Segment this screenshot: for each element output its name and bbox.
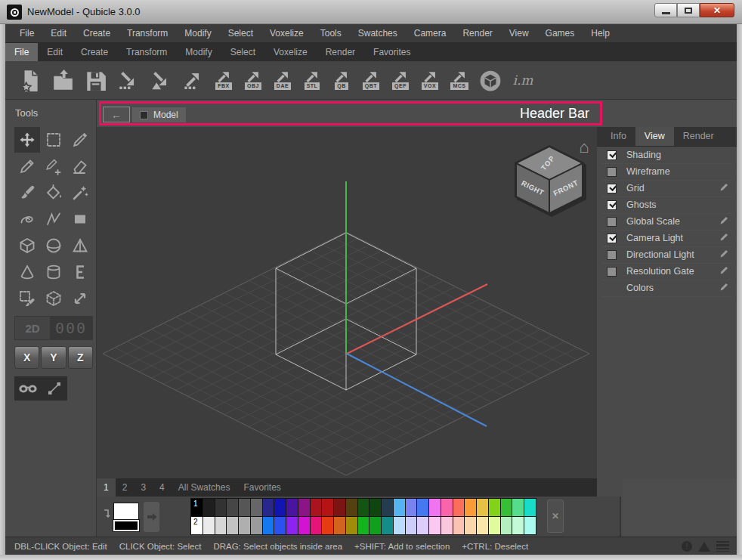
palette-swatch[interactable] [215, 517, 227, 534]
tool-move[interactable] [14, 127, 40, 153]
palette-swatch[interactable] [322, 499, 333, 516]
ribbon-tab-voxelize[interactable]: Voxelize [264, 43, 317, 61]
palette-swatch[interactable] [311, 517, 322, 534]
export-model-button[interactable] [177, 65, 209, 95]
palette-swatch[interactable] [465, 499, 476, 516]
secondary-color[interactable] [113, 520, 139, 531]
ribbon-tab-edit[interactable]: Edit [38, 43, 72, 61]
palette-swatch[interactable] [501, 517, 512, 534]
palette-swatch[interactable] [322, 517, 333, 534]
directional-light-edit-button[interactable] [719, 248, 729, 261]
palette-swatch[interactable] [311, 499, 322, 516]
tool-pencil[interactable] [14, 153, 40, 179]
palette-swatch[interactable] [227, 499, 238, 516]
menu-games[interactable]: Games [537, 25, 583, 42]
palette-swatch[interactable] [239, 517, 250, 534]
ribbon-tab-render[interactable]: Render [317, 43, 364, 61]
sketchfab-button[interactable] [475, 65, 506, 95]
open-file-button[interactable] [47, 65, 79, 95]
model-tab[interactable]: Model [132, 107, 186, 122]
palette-swatch[interactable] [394, 517, 405, 534]
tool-color-picker[interactable] [67, 127, 93, 153]
axis-z-button[interactable]: Z [68, 346, 93, 369]
tool-pyramid[interactable] [67, 233, 93, 258]
shading-checkbox[interactable] [607, 150, 617, 160]
palette-swatch[interactable] [286, 517, 298, 534]
color-palette[interactable]: 12 [190, 498, 536, 535]
menu-file[interactable]: File [11, 25, 42, 42]
palette-swatch[interactable] [501, 499, 512, 516]
palette-swatch[interactable] [512, 517, 524, 534]
back-button[interactable]: ← [103, 107, 130, 122]
camera-light-edit-button[interactable] [719, 231, 729, 245]
ribbon-tab-select[interactable]: Select [221, 43, 264, 61]
tool-pencil-add[interactable] [41, 153, 66, 179]
export-qbt-button[interactable]: QBT [357, 65, 385, 95]
tool-sphere[interactable] [41, 233, 66, 258]
tool-magic-wand[interactable] [67, 180, 93, 206]
swatch-tab-3[interactable]: 3 [134, 478, 153, 497]
menu-transform[interactable]: Transform [119, 25, 176, 42]
tab-render[interactable]: Render [674, 127, 723, 146]
axis-x-button[interactable]: X [14, 346, 39, 369]
palette-swatch[interactable] [286, 499, 298, 516]
line-tool-button[interactable] [41, 376, 67, 401]
swatch-tab-1[interactable]: 1 [97, 478, 116, 497]
palette-swatch[interactable] [382, 517, 393, 534]
info-icon[interactable]: ! [682, 541, 692, 552]
maximize-button[interactable] [677, 3, 700, 17]
ribbon-tab-transform[interactable]: Transform [117, 43, 176, 61]
export-mcs-button[interactable]: MCS [445, 65, 474, 95]
resolution-gate-checkbox[interactable] [607, 267, 617, 277]
tool-box[interactable] [14, 233, 40, 258]
tool-cylinder[interactable] [41, 259, 66, 285]
tool-select-rect[interactable] [41, 127, 66, 153]
resolution-gate-edit-button[interactable] [719, 265, 729, 278]
tool-freehand[interactable] [14, 206, 40, 232]
swatch-tab-2[interactable]: 2 [116, 478, 134, 497]
wireframe-checkbox[interactable] [607, 167, 617, 177]
import-mesh-button[interactable] [144, 65, 176, 95]
swatch-tab-favorites[interactable]: Favorites [237, 478, 287, 497]
mode-2d-button[interactable]: 2D [15, 317, 50, 339]
tool-select-box[interactable] [41, 286, 66, 311]
grid-edit-button[interactable] [719, 181, 729, 195]
palette-swatch[interactable] [369, 517, 381, 534]
menu-help[interactable]: Help [583, 25, 618, 42]
palette-swatch[interactable] [227, 517, 238, 534]
global-scale-checkbox[interactable] [607, 217, 617, 227]
warning-icon[interactable] [698, 542, 710, 552]
palette-swatch[interactable] [358, 499, 369, 516]
palette-swatch[interactable] [215, 499, 227, 516]
tool-cone[interactable] [14, 259, 40, 285]
palette-swatch[interactable]: 2 [191, 517, 203, 534]
colors-edit-button[interactable] [719, 281, 729, 295]
palette-swatch[interactable] [453, 517, 465, 534]
directional-light-checkbox[interactable] [607, 250, 617, 260]
menu-swatches[interactable]: Swatches [350, 25, 406, 42]
minimize-button[interactable] [654, 3, 677, 17]
ribbon-tab-favorites[interactable]: Favorites [364, 43, 419, 61]
ribbon-tab-file[interactable]: File [5, 43, 38, 61]
palette-swatch[interactable] [346, 517, 357, 534]
palette-swatch[interactable] [465, 517, 476, 534]
menu-edit[interactable]: Edit [42, 25, 75, 42]
palette-swatch[interactable] [358, 517, 369, 534]
palette-swatch[interactable] [429, 499, 441, 516]
palette-swatch[interactable] [512, 499, 524, 516]
palette-swatch[interactable] [382, 499, 393, 516]
tool-eraser[interactable] [67, 153, 93, 179]
global-scale-edit-button[interactable] [719, 215, 729, 228]
home-view-icon[interactable]: ⌂ [579, 138, 589, 156]
palette-swatch[interactable] [394, 499, 405, 516]
primary-color[interactable] [113, 503, 139, 520]
palette-swatch[interactable] [298, 499, 310, 516]
palette-swatch[interactable] [477, 499, 488, 516]
palette-swatch[interactable] [239, 499, 250, 516]
palette-swatch[interactable] [251, 517, 262, 534]
close-button[interactable]: ✕ [700, 3, 734, 17]
menu-modify[interactable]: Modify [176, 25, 219, 42]
palette-swatch[interactable] [417, 517, 428, 534]
export-vox-button[interactable]: VOX [416, 65, 444, 95]
swatch-tab-all-swatches[interactable]: All Swatches [172, 478, 237, 497]
